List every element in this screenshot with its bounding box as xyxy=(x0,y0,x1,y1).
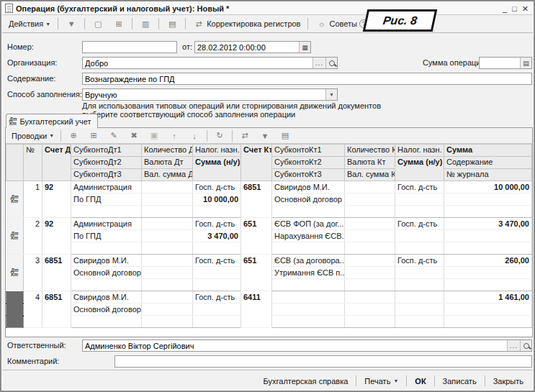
register-correction-button[interactable]: ⇄ Корректировка регистров xyxy=(189,17,304,32)
sum-nu-dt-cell[interactable] xyxy=(193,304,241,316)
content-input[interactable] xyxy=(83,73,531,84)
copy-document-button[interactable]: ⊞ xyxy=(109,17,128,32)
tab-accounting[interactable]: ДтКт Бухгалтерский учет xyxy=(6,114,98,128)
sum-nu-dt-cell[interactable] xyxy=(193,267,241,279)
quantity-dt-cell[interactable] xyxy=(142,304,193,316)
subconto-kt-cell[interactable] xyxy=(272,316,345,328)
quantity-kt-cell[interactable] xyxy=(345,193,395,206)
minimize-button[interactable]: _ xyxy=(503,5,507,12)
quantity-dt-cell[interactable] xyxy=(142,291,193,304)
sum-nu-kt-cell[interactable] xyxy=(395,193,444,206)
column-header[interactable]: Валюта Кт xyxy=(345,157,395,169)
tax-purpose-dt-cell[interactable]: Госп. д-сть xyxy=(193,218,241,230)
edit-row-button[interactable]: ✎ xyxy=(104,128,123,143)
subconto-kt-cell[interactable]: Основной договор xyxy=(272,193,345,206)
tax-purpose-dt-cell[interactable]: Госп. д-сть xyxy=(193,255,241,267)
subconto-dt-cell[interactable]: Администрация xyxy=(71,218,142,230)
sum-nu-kt-cell[interactable] xyxy=(395,267,444,279)
quantity-kt-cell[interactable] xyxy=(345,242,395,255)
debit-account-cell[interactable]: 6851 xyxy=(42,291,71,328)
quantity-kt-cell[interactable] xyxy=(345,279,395,291)
subconto-dt-cell[interactable] xyxy=(71,316,142,328)
tax-purpose-dt-cell[interactable] xyxy=(193,242,241,255)
column-header[interactable]: СубконтоКт3 xyxy=(272,169,345,181)
tax-purpose-dt-cell[interactable]: Госп. д-сть xyxy=(193,181,241,193)
quantity-kt-cell[interactable] xyxy=(345,304,395,316)
sum-extra-cell[interactable] xyxy=(444,206,532,218)
tax-purpose-kt-cell[interactable]: Госп. д-сть xyxy=(395,255,444,267)
quantity-dt-cell[interactable] xyxy=(142,218,193,230)
subconto-kt-cell[interactable]: ЄСВ ФОП (за дог... xyxy=(272,218,345,230)
quantity-kt-cell[interactable] xyxy=(345,218,395,230)
sum-extra-cell[interactable] xyxy=(444,230,532,242)
add-row-button[interactable]: ⊕ xyxy=(64,128,83,143)
quantity-kt-cell[interactable] xyxy=(345,267,395,279)
sum-nu-dt-cell[interactable]: 10 000,00 xyxy=(193,193,241,206)
print-menu-button[interactable]: Печать ▼ xyxy=(359,375,403,388)
ok-button[interactable]: ОК xyxy=(410,375,431,388)
quantity-kt-cell[interactable] xyxy=(345,255,395,267)
column-header[interactable]: Налог. назн. Кт xyxy=(395,145,444,157)
row-number-cell[interactable]: 1 xyxy=(24,181,42,218)
select-dots-button[interactable]: ... xyxy=(313,58,325,68)
quantity-dt-cell[interactable] xyxy=(142,316,193,328)
tax-purpose-kt-cell[interactable] xyxy=(395,242,444,255)
posting-row-line[interactable]: ДтКт192АдминистрацияГосп. д-сть6851Свири… xyxy=(6,181,532,193)
row-number-cell[interactable]: 3 xyxy=(24,255,42,291)
subconto-dt-cell[interactable]: Администрация xyxy=(71,181,142,193)
quantity-kt-cell[interactable] xyxy=(345,291,395,304)
column-header[interactable]: Валюта Дт xyxy=(142,157,193,169)
reverse-button[interactable]: ⇄ xyxy=(235,128,254,143)
sum-extra-cell[interactable] xyxy=(444,242,532,255)
print-button[interactable]: ▤ xyxy=(276,128,295,143)
credit-account-cell[interactable]: 6411 xyxy=(241,291,272,328)
subconto-kt-cell[interactable] xyxy=(272,242,345,255)
sum-extra-cell[interactable] xyxy=(444,316,532,328)
tax-purpose-kt-cell[interactable] xyxy=(395,279,444,291)
post-document-button[interactable]: ▼ xyxy=(62,17,81,32)
quantity-dt-cell[interactable] xyxy=(142,181,193,193)
tax-purpose-kt-cell[interactable] xyxy=(395,206,444,218)
posting-row-line[interactable]: 46851Свиридов М.И.Госп. д-сть64111 461,0… xyxy=(6,291,532,304)
postings-menu-button[interactable]: Проводки ▼ xyxy=(8,129,58,142)
actions-button[interactable]: Действия ▼ xyxy=(5,17,54,30)
subconto-kt-cell[interactable]: Нарахування ЄСВ... xyxy=(272,230,345,242)
sum-nu-dt-cell[interactable]: 3 470,00 xyxy=(193,230,241,242)
row-number-cell[interactable]: 2 xyxy=(24,218,42,255)
sum-extra-cell[interactable] xyxy=(444,267,532,279)
quantity-kt-cell[interactable] xyxy=(345,181,395,193)
close-window-button[interactable]: Закрыть xyxy=(488,375,529,388)
unpost-button[interactable]: ▢ xyxy=(89,17,107,32)
search-icon[interactable] xyxy=(325,58,337,68)
fill-method-select[interactable]: ▼ xyxy=(82,88,338,101)
chevron-down-icon[interactable]: ▼ xyxy=(325,89,337,100)
subconto-kt-cell[interactable] xyxy=(272,291,345,304)
save-button[interactable]: Записать xyxy=(438,375,482,388)
fill-method-value[interactable] xyxy=(83,89,325,100)
sum-cell[interactable]: 3 470,00 xyxy=(444,218,532,230)
tax-purpose-dt-cell[interactable] xyxy=(193,316,241,328)
column-header[interactable]: Вал. сумма Кт xyxy=(345,169,395,181)
credit-account-cell[interactable]: 651 xyxy=(241,255,272,291)
debit-account-cell[interactable]: 92 xyxy=(42,181,71,218)
subconto-kt-cell[interactable]: Свиридов М.И. xyxy=(272,181,345,193)
subconto-kt-cell[interactable] xyxy=(272,304,345,316)
filter-settings-button[interactable]: ▼ xyxy=(256,128,274,143)
sum-cell[interactable]: 10 000,00 xyxy=(444,181,532,193)
quantity-kt-cell[interactable] xyxy=(345,206,395,218)
quantity-kt-cell[interactable] xyxy=(345,316,395,328)
quantity-dt-cell[interactable] xyxy=(142,267,193,279)
responsible-input[interactable] xyxy=(83,340,507,351)
column-header[interactable]: Сумма (н/у) Дт xyxy=(193,157,241,181)
column-header[interactable]: Налог. назн. ... xyxy=(193,145,241,157)
search-icon[interactable] xyxy=(520,340,531,351)
subconto-dt-cell[interactable]: Свиридов М.И. xyxy=(71,255,142,267)
sum-nu-kt-cell[interactable] xyxy=(395,230,444,242)
close-button[interactable]: ✕ xyxy=(522,5,529,12)
sum-extra-cell[interactable] xyxy=(444,193,532,206)
posting-row-line[interactable]: ДтКт36851Свиридов М.И.Госп. д-сть651ЄСВ … xyxy=(6,255,532,267)
sum-extra-cell[interactable] xyxy=(444,304,532,316)
column-header[interactable]: Вал. сумма Дт xyxy=(142,169,193,181)
save-row-button[interactable]: ▣ xyxy=(145,128,163,143)
subconto-kt-cell[interactable]: Утримання ЄСВ п... xyxy=(272,267,345,279)
